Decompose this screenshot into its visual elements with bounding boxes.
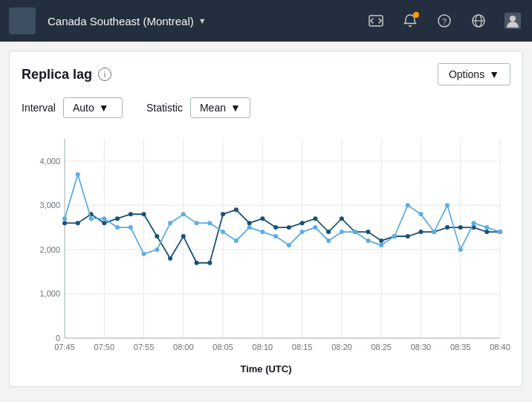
statistic-value: Mean [200,102,226,114]
interval-caret-icon: ▼ [99,102,109,114]
nav-icons: ? [366,10,523,31]
statistic-label: Statistic [146,102,183,114]
user-account-icon[interactable] [502,10,523,31]
statistic-control: Statistic Mean ▼ [146,97,250,118]
nav-logo [9,7,36,34]
statistic-caret-icon: ▼ [230,102,241,114]
svg-point-7 [510,16,516,22]
interval-select[interactable]: Auto ▼ [63,97,123,118]
code-editor-icon[interactable] [366,10,386,31]
info-icon[interactable]: i [98,68,111,81]
card-header: Replica lag i Options ▼ [22,63,510,85]
region-caret: ▼ [198,16,207,25]
notification-badge [413,12,419,18]
help-icon[interactable]: ? [434,10,455,31]
line-chart [22,130,510,360]
top-nav: Canada Southeast (Montreal) ▼ ? [0,0,532,42]
statistic-select[interactable]: Mean ▼ [190,97,250,118]
controls-row: Interval Auto ▼ Statistic Mean ▼ [22,97,510,118]
page-title: Replica lag [22,67,92,82]
options-label: Options [449,68,484,80]
interval-value: Auto [73,102,94,114]
notification-bell-icon[interactable] [400,10,421,31]
options-button[interactable]: Options ▼ [438,63,510,85]
region-label: Canada Southeast (Montreal) [48,15,194,27]
x-axis-label: Time (UTC) [22,363,510,375]
options-caret-icon: ▼ [489,68,499,80]
region-selector[interactable]: Canada Southeast (Montreal) ▼ [48,15,207,27]
card-title-group: Replica lag i [22,67,111,82]
replica-lag-card: Replica lag i Options ▼ Interval Auto ▼ … [9,51,523,387]
globe-icon[interactable] [468,10,489,31]
svg-text:?: ? [442,17,447,26]
interval-control: Interval Auto ▼ [22,97,123,118]
interval-label: Interval [22,102,56,114]
chart-area [22,130,510,360]
